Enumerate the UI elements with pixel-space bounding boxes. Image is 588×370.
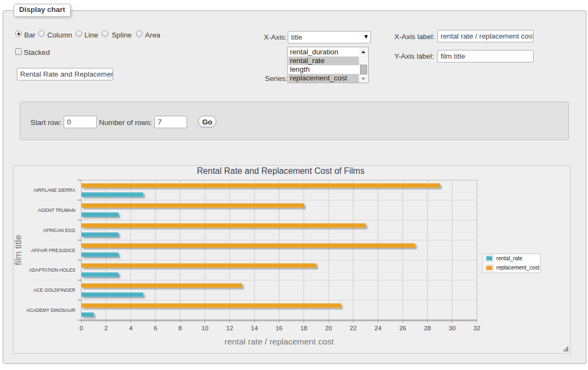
svg-text:rental_rate: rental_rate [497,255,523,261]
svg-text:2: 2 [104,325,108,331]
svg-text:8: 8 [178,325,182,331]
svg-text:18: 18 [300,325,307,331]
svg-text:24: 24 [375,325,382,331]
svg-text:ACE GOLDFINGER: ACE GOLDFINGER [34,287,76,293]
svg-text:10: 10 [201,325,208,331]
svg-text:26: 26 [399,325,406,331]
svg-text:20: 20 [325,325,332,331]
svg-text:ACADEMY DINOSAUR: ACADEMY DINOSAUR [26,308,75,313]
svg-text:AIRPLANE SIERRA: AIRPLANE SIERRA [34,187,76,193]
svg-text:30: 30 [449,325,456,331]
svg-text:14: 14 [251,325,258,331]
svg-text:28: 28 [424,325,431,331]
svg-text:0: 0 [79,325,83,331]
svg-text:rental rate / replacement cost: rental rate / replacement cost [225,337,334,346]
svg-text:film title: film title [13,235,23,265]
svg-text:6: 6 [154,325,157,331]
svg-text:replacement_cost: replacement_cost [497,265,540,271]
svg-text:AFRICAN EGG: AFRICAN EGG [43,228,76,233]
svg-text:ADAPTATION HOLES: ADAPTATION HOLES [29,267,75,273]
svg-text:12: 12 [226,325,233,331]
svg-text:4: 4 [129,325,133,331]
svg-text:AFFAIR PREJUDICE: AFFAIR PREJUDICE [31,248,75,253]
svg-text:Rental Rate and Replacement Co: Rental Rate and Replacement Cost of Film… [197,166,364,175]
svg-text:32: 32 [473,325,480,331]
svg-text:16: 16 [276,325,283,331]
svg-text:22: 22 [350,325,357,331]
svg-text:AGENT TRUMAN: AGENT TRUMAN [38,208,75,213]
